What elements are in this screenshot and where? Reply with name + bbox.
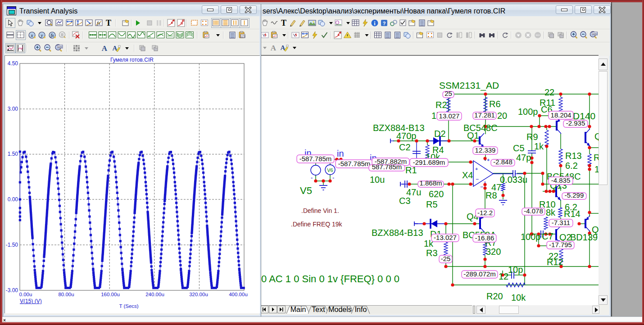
svg-text:-3.00: -3.00 <box>6 287 18 293</box>
svg-text:3.00: 3.00 <box>8 106 18 112</box>
svg-text:4.50: 4.50 <box>8 60 18 67</box>
svg-text:320.00u: 320.00u <box>189 292 208 297</box>
svg-text:Гумеля готов.CIR: Гумеля готов.CIR <box>110 57 154 63</box>
svg-text:V(15) (V): V(15) (V) <box>20 298 42 304</box>
svg-text:0.00: 0.00 <box>8 196 18 203</box>
svg-text:80.00u: 80.00u <box>58 292 74 297</box>
svg-text:400.00u: 400.00u <box>229 292 248 297</box>
svg-text:-1.50: -1.50 <box>6 242 18 248</box>
svg-text:240.00u: 240.00u <box>145 292 164 297</box>
svg-text:160.00u: 160.00u <box>101 292 120 297</box>
svg-text:0.00u: 0.00u <box>19 292 32 297</box>
svg-text:T (Secs): T (Secs) <box>119 303 138 309</box>
svg-text:1.50: 1.50 <box>8 151 18 157</box>
